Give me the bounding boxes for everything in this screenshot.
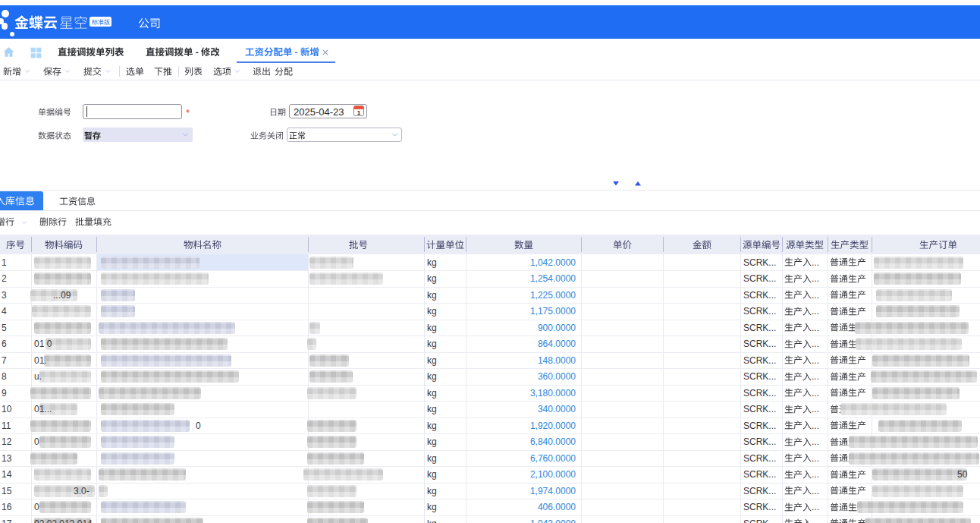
svg-text:1: 1 <box>357 109 361 116</box>
